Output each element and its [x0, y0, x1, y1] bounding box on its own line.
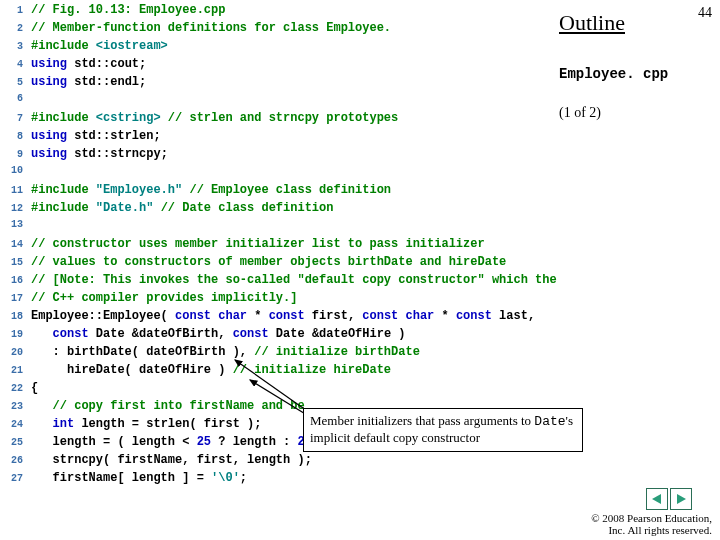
callout-date-class: Date — [534, 414, 565, 429]
code-token: firstName[ length ] = — [31, 471, 211, 485]
line-number: 16 — [3, 275, 23, 286]
code-token: const — [233, 327, 269, 341]
line-number: 1 — [3, 5, 23, 16]
code-token: const — [53, 327, 89, 341]
code-token: #include — [31, 111, 96, 125]
code-token: // constructor uses member initializer l… — [31, 237, 485, 251]
code-token: // [Note: This invokes the so-called "de… — [31, 273, 557, 287]
code-token: #include — [31, 39, 96, 53]
code-line: 22{ — [3, 381, 578, 399]
code-line: 4using std::cout; — [3, 57, 578, 75]
code-line: 13 — [3, 219, 578, 237]
line-number: 22 — [3, 383, 23, 394]
code-token: Employee::Employee( — [31, 309, 175, 323]
code-line: 26 strncpy( firstName, first, length ); — [3, 453, 578, 471]
code-token — [161, 111, 168, 125]
code-line: 2// Member-function definitions for clas… — [3, 21, 578, 39]
code-line: 15// values to constructors of member ob… — [3, 255, 578, 273]
line-number: 13 — [3, 219, 23, 230]
code-line: 21 hireDate( dateOfHire ) // initialize … — [3, 363, 578, 381]
line-number: 12 — [3, 203, 23, 214]
code-token: // values to constructors of member obje… — [31, 255, 506, 269]
code-token: '\0' — [211, 471, 240, 485]
line-number: 7 — [3, 113, 23, 124]
line-number: 18 — [3, 311, 23, 322]
line-number: 5 — [3, 77, 23, 88]
code-line: 7#include <cstring> // strlen and strncp… — [3, 111, 578, 129]
line-number: 27 — [3, 473, 23, 484]
code-token: std::strlen; — [67, 129, 161, 143]
code-line: 1// Fig. 10.13: Employee.cpp — [3, 3, 578, 21]
code-token: std::cout; — [67, 57, 146, 71]
code-token: // initialize hireDate — [233, 363, 391, 377]
line-number: 26 — [3, 455, 23, 466]
code-token — [31, 327, 53, 341]
line-number: 20 — [3, 347, 23, 358]
code-token: <cstring> — [96, 111, 161, 125]
line-number: 2 — [3, 23, 23, 34]
code-token: const char — [362, 309, 434, 323]
line-number: 6 — [3, 93, 23, 104]
line-number: 21 — [3, 365, 23, 376]
code-token: #include — [31, 183, 96, 197]
code-line: 17// C++ compiler provides implicitly.] — [3, 291, 578, 309]
line-number: 17 — [3, 293, 23, 304]
code-line: 8using std::strlen; — [3, 129, 578, 147]
code-token: // C++ compiler provides implicitly.] — [31, 291, 297, 305]
line-number: 15 — [3, 257, 23, 268]
prev-button[interactable] — [646, 488, 668, 510]
line-number: 4 — [3, 59, 23, 70]
code-token: length = strlen( first ); — [74, 417, 261, 431]
code-line: 18Employee::Employee( const char * const… — [3, 309, 578, 327]
code-token: first, — [305, 309, 363, 323]
copyright-text: © 2008 Pearson Education, Inc. All right… — [591, 512, 712, 536]
code-token: hireDate( dateOfHire ) — [31, 363, 233, 377]
callout-text-1: Member initializers that pass arguments … — [310, 413, 534, 428]
code-token: // Employee class definition — [189, 183, 391, 197]
line-number: 8 — [3, 131, 23, 142]
code-token: "Date.h" — [96, 201, 154, 215]
code-token: 25 — [197, 435, 211, 449]
outline-heading: Outline — [559, 10, 625, 36]
code-token: // copy first into firstName and be — [53, 399, 305, 413]
line-number: 10 — [3, 165, 23, 176]
svg-marker-4 — [677, 494, 686, 504]
code-line: 9using std::strncpy; — [3, 147, 578, 165]
line-number: 3 — [3, 41, 23, 52]
line-number: 11 — [3, 185, 23, 196]
code-token: ; — [240, 471, 247, 485]
line-number: 9 — [3, 149, 23, 160]
code-line: 16// [Note: This invokes the so-called "… — [3, 273, 578, 291]
code-token: last, — [492, 309, 535, 323]
code-line: 27 firstName[ length ] = '\0'; — [3, 471, 578, 489]
code-token: const — [456, 309, 492, 323]
next-button[interactable] — [670, 488, 692, 510]
code-line: 3#include <iostream> — [3, 39, 578, 57]
code-line: 12#include "Date.h" // Date class defini… — [3, 201, 578, 219]
code-token: * — [434, 309, 456, 323]
triangle-right-icon — [675, 493, 687, 505]
code-token: // Fig. 10.13: Employee.cpp — [31, 3, 225, 17]
copyright-line1: © 2008 Pearson Education, — [591, 512, 712, 524]
code-token: strncpy( firstName, first, length ); — [31, 453, 312, 467]
code-line: 5using std::endl; — [3, 75, 578, 93]
page-part-indicator: (1 of 2) — [559, 105, 601, 121]
code-token — [31, 399, 53, 413]
code-token: using — [31, 129, 67, 143]
code-token: const — [269, 309, 305, 323]
code-token: using — [31, 57, 67, 71]
code-token: { — [31, 381, 38, 395]
svg-marker-3 — [652, 494, 661, 504]
code-token: using — [31, 147, 67, 161]
code-token: using — [31, 75, 67, 89]
code-line: 11#include "Employee.h" // Employee clas… — [3, 183, 578, 201]
code-token — [182, 183, 189, 197]
code-token: length = ( length < — [31, 435, 197, 449]
code-token: // Date class definition — [161, 201, 334, 215]
code-line: 19 const Date &dateOfBirth, const Date &… — [3, 327, 578, 345]
code-token: * — [247, 309, 269, 323]
line-number: 23 — [3, 401, 23, 412]
code-token: // Member-function definitions for class… — [31, 21, 391, 35]
slide-number: 44 — [698, 5, 712, 21]
line-number: 14 — [3, 239, 23, 250]
